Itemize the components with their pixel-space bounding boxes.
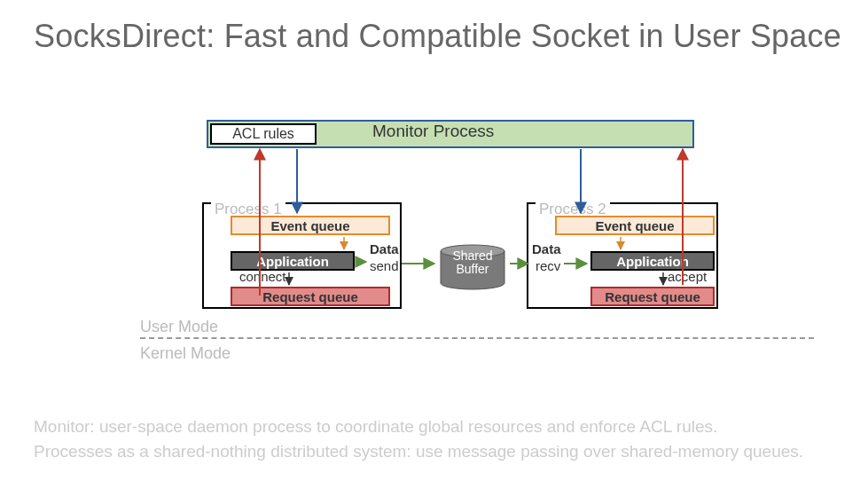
mode-divider — [140, 337, 814, 339]
connect-label: connect — [239, 269, 286, 284]
process-1-event-queue: Event queue — [231, 216, 390, 235]
process-2-application: Application — [590, 251, 715, 271]
process-1-request-queue: Request queue — [231, 287, 390, 306]
shared-buffer: Shared Buffer — [439, 244, 506, 287]
footer-line-2: Processes as a shared-nothing distribute… — [34, 439, 803, 464]
footer-text: Monitor: user-space daemon process to co… — [34, 414, 803, 464]
slide-title: SocksDirect: Fast and Compatible Socket … — [0, 0, 868, 55]
acl-rules-box: ACL rules — [210, 123, 317, 145]
send-label: send — [370, 258, 399, 273]
process-1-application: Application — [231, 251, 355, 271]
user-mode-label: User Mode — [140, 318, 218, 336]
shared-buffer-line1: Shared — [452, 248, 492, 263]
kernel-mode-label: Kernel Mode — [140, 344, 231, 363]
recv-label: recv — [536, 258, 560, 273]
accept-label: accept — [668, 269, 707, 284]
slide: SocksDirect: Fast and Compatible Socket … — [0, 0, 868, 489]
shared-buffer-line2: Buffer — [456, 262, 489, 276]
monitor-process-label: Monitor Process — [372, 122, 494, 141]
footer-line-1: Monitor: user-space daemon process to co… — [34, 414, 803, 439]
data-label-left: Data — [370, 241, 399, 256]
process-2-request-queue: Request queue — [590, 287, 715, 306]
process-2-event-queue: Event queue — [555, 216, 715, 235]
data-label-right: Data — [532, 241, 561, 256]
